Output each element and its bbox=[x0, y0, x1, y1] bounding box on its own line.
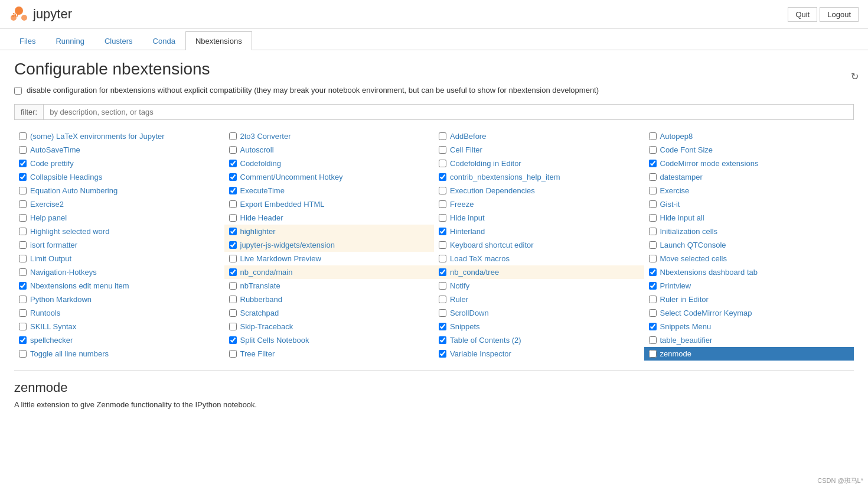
ext-label[interactable]: Ruler bbox=[450, 295, 468, 304]
ext-checkbox[interactable] bbox=[649, 296, 657, 303]
ext-label[interactable]: Ruler in Editor bbox=[660, 295, 709, 304]
ext-label[interactable]: zenmode bbox=[660, 349, 691, 358]
ext-label[interactable]: datestamper bbox=[660, 173, 703, 181]
ext-label[interactable]: nb_conda/tree bbox=[450, 268, 499, 277]
list-item[interactable]: Nbextensions edit menu item bbox=[14, 279, 224, 293]
ext-checkbox[interactable] bbox=[649, 323, 657, 330]
ext-checkbox[interactable] bbox=[229, 296, 237, 303]
ext-label[interactable]: Rubberband bbox=[240, 295, 283, 304]
list-item[interactable]: highlighter bbox=[224, 225, 435, 238]
ext-label[interactable]: Initialization cells bbox=[660, 227, 718, 236]
ext-checkbox[interactable] bbox=[229, 160, 237, 167]
ext-checkbox[interactable] bbox=[649, 160, 657, 167]
ext-label[interactable]: Load TeX macros bbox=[450, 254, 510, 263]
ext-checkbox[interactable] bbox=[19, 350, 27, 358]
list-item[interactable]: Notify bbox=[434, 279, 644, 293]
ext-checkbox[interactable] bbox=[649, 200, 657, 208]
list-item[interactable]: Code prettify bbox=[14, 157, 224, 170]
list-item[interactable]: Table of Contents (2) bbox=[434, 333, 644, 347]
list-item[interactable]: Autopep8 bbox=[644, 129, 854, 143]
ext-label[interactable]: Hide input all bbox=[660, 213, 704, 222]
list-item[interactable]: AddBefore bbox=[434, 129, 644, 143]
ext-label[interactable]: Exercise2 bbox=[30, 200, 64, 209]
ext-checkbox[interactable] bbox=[439, 268, 446, 276]
ext-checkbox[interactable] bbox=[439, 146, 446, 154]
list-item[interactable]: Split Cells Notebook bbox=[224, 333, 435, 347]
list-item[interactable]: Printview bbox=[644, 279, 854, 293]
ext-label[interactable]: Split Cells Notebook bbox=[240, 336, 309, 345]
list-item[interactable]: Initialization cells bbox=[644, 225, 854, 238]
ext-label[interactable]: Python Markdown bbox=[30, 295, 92, 304]
list-item[interactable]: 2to3 Converter bbox=[224, 129, 435, 143]
ext-label[interactable]: Nbextensions dashboard tab bbox=[660, 268, 758, 277]
ext-checkbox[interactable] bbox=[19, 132, 27, 140]
ext-label[interactable]: Cell Filter bbox=[450, 145, 482, 154]
ext-label[interactable]: Variable Inspector bbox=[450, 349, 511, 358]
list-item[interactable]: SKILL Syntax bbox=[14, 320, 224, 333]
ext-checkbox[interactable] bbox=[649, 350, 657, 358]
list-item[interactable]: Gist-it bbox=[644, 197, 854, 211]
ext-label[interactable]: spellchecker bbox=[30, 336, 73, 345]
ext-label[interactable]: CodeMirror mode extensions bbox=[660, 159, 759, 168]
list-item[interactable]: Nbextensions dashboard tab bbox=[644, 265, 854, 279]
ext-label[interactable]: contrib_nbextensions_help_item bbox=[450, 173, 560, 181]
ext-checkbox[interactable] bbox=[229, 323, 237, 330]
ext-checkbox[interactable] bbox=[439, 200, 446, 208]
ext-label[interactable]: ExecuteTime bbox=[240, 186, 285, 195]
ext-label[interactable]: Table of Contents (2) bbox=[450, 336, 521, 345]
ext-checkbox[interactable] bbox=[439, 241, 446, 249]
tab-running[interactable]: Running bbox=[45, 31, 94, 50]
ext-checkbox[interactable] bbox=[649, 255, 657, 262]
ext-label[interactable]: Keyboard shortcut editor bbox=[450, 241, 534, 249]
ext-checkbox[interactable] bbox=[649, 336, 657, 344]
list-item[interactable]: Load TeX macros bbox=[434, 252, 644, 265]
filter-input[interactable] bbox=[44, 105, 853, 119]
list-item[interactable]: ScrollDown bbox=[434, 306, 644, 320]
list-item[interactable]: Select CodeMirror Keymap bbox=[644, 306, 854, 320]
ext-label[interactable]: Hide Header bbox=[240, 213, 283, 222]
list-item[interactable]: Help panel bbox=[14, 211, 224, 225]
list-item[interactable]: Exercise bbox=[644, 184, 854, 197]
list-item[interactable]: Snippets bbox=[434, 320, 644, 333]
disable-config-checkbox[interactable] bbox=[14, 87, 22, 95]
ext-checkbox[interactable] bbox=[439, 228, 446, 235]
ext-label[interactable]: AutoSaveTime bbox=[30, 145, 80, 154]
ext-label[interactable]: Skip-Traceback bbox=[240, 322, 293, 331]
ext-label[interactable]: Hinterland bbox=[450, 227, 485, 236]
ext-checkbox[interactable] bbox=[439, 214, 446, 222]
ext-label[interactable]: jupyter-js-widgets/extension bbox=[240, 241, 335, 249]
ext-checkbox[interactable] bbox=[649, 241, 657, 249]
ext-checkbox[interactable] bbox=[229, 228, 237, 235]
list-item[interactable]: Freeze bbox=[434, 197, 644, 211]
ext-checkbox[interactable] bbox=[19, 336, 27, 344]
ext-label[interactable]: Highlight selected word bbox=[30, 227, 109, 236]
ext-label[interactable]: Runtools bbox=[30, 309, 60, 317]
list-item[interactable]: isort formatter bbox=[14, 238, 224, 252]
ext-checkbox[interactable] bbox=[229, 200, 237, 208]
list-item[interactable]: contrib_nbextensions_help_item bbox=[434, 170, 644, 184]
ext-checkbox[interactable] bbox=[19, 268, 27, 276]
ext-label[interactable]: Autopep8 bbox=[660, 132, 693, 141]
ext-label[interactable]: table_beautifier bbox=[660, 336, 713, 345]
list-item[interactable]: Ruler bbox=[434, 293, 644, 306]
ext-label[interactable]: Hide input bbox=[450, 213, 485, 222]
ext-checkbox[interactable] bbox=[439, 132, 446, 140]
ext-label[interactable]: SKILL Syntax bbox=[30, 322, 76, 331]
ext-label[interactable]: Select CodeMirror Keymap bbox=[660, 309, 752, 317]
ext-label[interactable]: ScrollDown bbox=[450, 309, 489, 317]
ext-label[interactable]: Codefolding bbox=[240, 159, 281, 168]
list-item[interactable]: Hide input bbox=[434, 211, 644, 225]
ext-checkbox[interactable] bbox=[229, 187, 237, 194]
list-item[interactable]: Skip-Traceback bbox=[224, 320, 435, 333]
ext-checkbox[interactable] bbox=[229, 173, 237, 181]
list-item[interactable]: Codefolding in Editor bbox=[434, 157, 644, 170]
ext-label[interactable]: AddBefore bbox=[450, 132, 486, 141]
ext-checkbox[interactable] bbox=[19, 282, 27, 290]
list-item[interactable]: Highlight selected word bbox=[14, 225, 224, 238]
ext-label[interactable]: nb_conda/main bbox=[240, 268, 293, 277]
logout-button[interactable]: Logout bbox=[820, 7, 859, 22]
ext-checkbox[interactable] bbox=[19, 309, 27, 317]
list-item[interactable]: CodeMirror mode extensions bbox=[644, 157, 854, 170]
ext-checkbox[interactable] bbox=[19, 228, 27, 235]
list-item[interactable]: AutoSaveTime bbox=[14, 143, 224, 157]
